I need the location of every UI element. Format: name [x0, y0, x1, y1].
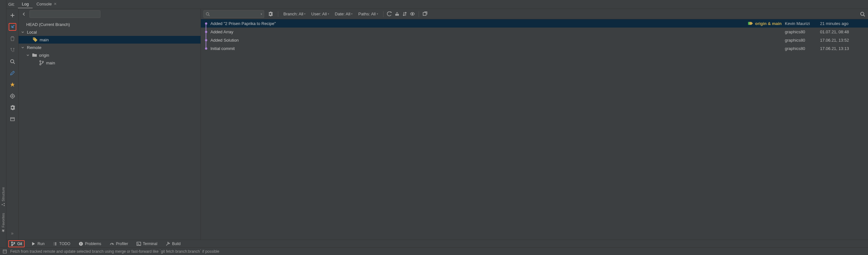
- branch-icon: [11, 242, 16, 246]
- open-new-tab-button[interactable]: [422, 11, 428, 17]
- commits-search-input[interactable]: [204, 10, 264, 18]
- commit-row[interactable]: Initial commitgraphics8017.06.21, 13:13: [201, 44, 868, 53]
- branches-panel: HEAD (Current Branch)LocalmainRemoteorig…: [19, 9, 201, 239]
- tree-row[interactable]: main: [19, 59, 200, 67]
- edit-icon[interactable]: [9, 69, 16, 77]
- tool-todo[interactable]: TODO: [51, 241, 72, 247]
- chevron-down-icon[interactable]: [26, 54, 31, 57]
- update-icon[interactable]: [9, 23, 16, 31]
- main-area: » HEAD (Current Branch)LocalmainRemoteor…: [6, 9, 868, 239]
- tree-row-label: main: [40, 37, 49, 42]
- svg-rect-6: [10, 118, 14, 121]
- add-icon[interactable]: [9, 11, 16, 19]
- commit-date: 17.06.21, 13:13: [820, 46, 868, 51]
- tool-label: Run: [37, 242, 44, 246]
- close-icon[interactable]: ✕: [54, 2, 57, 6]
- user-filter[interactable]: User: All ▾: [309, 10, 331, 18]
- paths-filter[interactable]: Paths: All ▾: [356, 10, 380, 18]
- status-bar: Fetch from tracked remote and update sel…: [0, 247, 868, 255]
- commit-date: 21 minutes ago: [820, 21, 868, 26]
- svg-rect-16: [423, 12, 426, 16]
- svg-point-13: [395, 14, 397, 16]
- structure-tool[interactable]: Structure: [1, 187, 5, 207]
- commit-row[interactable]: Added "2 Prisen Paprika to Recipe"origin…: [201, 19, 868, 28]
- find-button[interactable]: [860, 11, 865, 17]
- tool-profiler[interactable]: Profiler: [108, 241, 130, 247]
- tree-row[interactable]: Local: [19, 28, 200, 36]
- bottom-tool-bar: GitRunTODOProblemsProfilerTerminalBuild: [6, 239, 868, 247]
- target-icon[interactable]: [9, 92, 16, 100]
- branches-search-input[interactable]: [29, 10, 100, 18]
- hammer-icon: [166, 242, 170, 246]
- branch-icon: [39, 60, 44, 65]
- svg-point-20: [14, 242, 15, 244]
- cherry-pick-button[interactable]: [394, 11, 400, 17]
- delete-icon[interactable]: [9, 35, 16, 42]
- tab-log[interactable]: Log: [18, 0, 33, 8]
- tab-console[interactable]: Console✕: [33, 0, 60, 8]
- restore-icon[interactable]: [9, 115, 16, 123]
- branch-filter-value: All: [299, 11, 303, 16]
- svg-point-11: [42, 61, 43, 62]
- svg-rect-22: [81, 243, 81, 244]
- chevron-down-icon: ▾: [377, 12, 378, 16]
- svg-point-4: [10, 94, 14, 98]
- structure-icon: [1, 203, 5, 207]
- graph-node: [204, 44, 209, 53]
- tool-label: Build: [172, 242, 181, 246]
- tool-problems[interactable]: Problems: [77, 241, 103, 247]
- tool-label: TODO: [59, 242, 70, 246]
- ref-badge: origin & main: [748, 21, 782, 26]
- svg-point-12: [206, 12, 209, 15]
- git-actions-column: »: [6, 9, 19, 239]
- tool-terminal[interactable]: Terminal: [135, 241, 159, 247]
- more-button[interactable]: »: [9, 229, 16, 237]
- favorites-label: Favorites: [1, 213, 5, 227]
- branch-filter[interactable]: Branch: All ▾: [281, 10, 307, 18]
- refresh-button[interactable]: [387, 11, 393, 17]
- tool-label: Terminal: [143, 242, 157, 246]
- back-button[interactable]: [21, 10, 28, 18]
- branch-filter-label: Branch:: [283, 11, 298, 16]
- tree-row[interactable]: HEAD (Current Branch): [19, 21, 200, 28]
- chevron-down-icon[interactable]: [21, 46, 26, 49]
- tool-label: Problems: [85, 242, 101, 246]
- chevron-down-icon[interactable]: ▾: [261, 12, 262, 16]
- commits-toolbar: ▾ Branch: All ▾ User: All ▾ Date: All ▾: [201, 9, 868, 19]
- notifications-icon[interactable]: [3, 249, 7, 254]
- merge-icon[interactable]: [9, 46, 16, 54]
- tool-build[interactable]: Build: [164, 241, 183, 247]
- commit-message: Added "2 Prisen Paprika to Recipe": [209, 21, 748, 26]
- tree-row[interactable]: Remote: [19, 44, 200, 51]
- commit-row[interactable]: Added Solutiongraphics8017.06.21, 13:52: [201, 36, 868, 44]
- date-filter[interactable]: Date: All ▾: [333, 10, 355, 18]
- commit-row[interactable]: Added Arraygraphics8001.07.21, 08:48: [201, 28, 868, 36]
- svg-rect-0: [3, 205, 4, 206]
- star-icon[interactable]: [9, 81, 16, 88]
- git-panel-tabs: Git: LogConsole✕: [6, 0, 868, 9]
- svg-rect-25: [3, 250, 7, 253]
- filter-settings-button[interactable]: [266, 10, 275, 18]
- tool-run[interactable]: Run: [29, 241, 46, 247]
- commit-message: Added Solution: [209, 38, 785, 42]
- commits-panel: ▾ Branch: All ▾ User: All ▾ Date: All ▾: [201, 9, 868, 239]
- tree-row[interactable]: main: [19, 36, 200, 44]
- separator: [418, 11, 419, 17]
- structure-label: Structure: [1, 187, 5, 201]
- search-icon[interactable]: [9, 58, 16, 65]
- sort-button[interactable]: [402, 11, 408, 17]
- status-text: Fetch from tracked remote and update sel…: [10, 249, 219, 254]
- separator: [278, 11, 278, 17]
- svg-point-3: [10, 60, 14, 63]
- branches-search-bar: [19, 9, 200, 19]
- tool-git[interactable]: Git: [8, 240, 25, 247]
- ref-label: origin & main: [755, 21, 782, 26]
- settings-icon[interactable]: [9, 104, 16, 112]
- panel-title: Git:: [8, 2, 15, 7]
- svg-point-8: [34, 38, 35, 39]
- chevron-down-icon[interactable]: [21, 30, 26, 34]
- tree-row[interactable]: origin: [19, 51, 200, 59]
- eye-button[interactable]: [410, 11, 415, 17]
- favorites-tool[interactable]: Favorites: [1, 213, 5, 233]
- chevron-down-icon: ▾: [351, 12, 352, 16]
